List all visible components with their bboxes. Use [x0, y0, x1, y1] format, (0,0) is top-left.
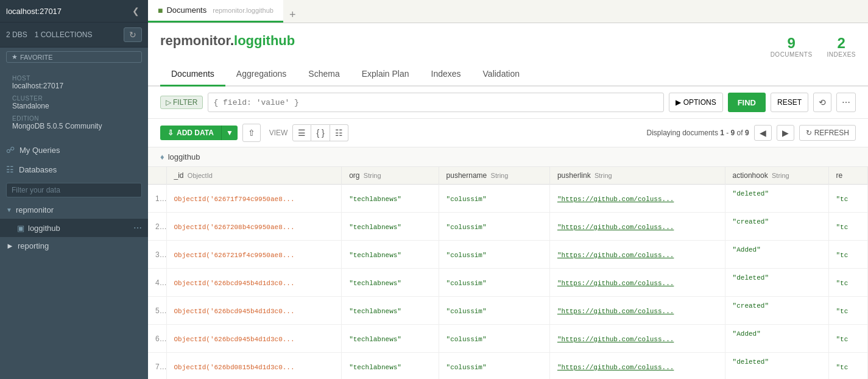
sidebar-item-reporting[interactable]: ► reporting — [0, 237, 148, 255]
col-re: re — [828, 167, 867, 185]
sidebar-item-databases[interactable]: ☷ Databases — [0, 160, 148, 179]
next-page-button[interactable]: ▶ — [777, 125, 794, 141]
collections-count: 1 COLLECTIONS — [35, 30, 93, 39]
copy-icon[interactable]: ▣ — [746, 197, 757, 208]
sidebar-meta: 2 DBS 1 COLLECTIONS ↻ — [0, 23, 148, 48]
filter-label: ▷ FILTER — [160, 96, 203, 109]
favorite-button[interactable]: ★ FAVORITE — [6, 51, 142, 63]
total-count: 9 — [745, 129, 749, 137]
edit-icon[interactable]: ✎ — [733, 366, 743, 376]
edit-icon[interactable]: ✎ — [733, 310, 743, 320]
tab-aggregations[interactable]: Aggregations — [225, 63, 298, 87]
row-num: 1 — [148, 185, 166, 213]
download-icon: ⇩ — [168, 129, 174, 137]
clone-icon[interactable]: ▢ — [759, 282, 770, 292]
tab-documents[interactable]: Documents — [160, 63, 225, 87]
tab-validation[interactable]: Validation — [472, 63, 531, 87]
row-pushername: "colussim" — [439, 269, 549, 297]
row-org: "techlabnews" — [342, 185, 439, 213]
edit-icon[interactable]: ✎ — [733, 197, 743, 208]
sidebar-collapse-button[interactable]: ❮ — [130, 5, 142, 17]
delete-icon[interactable]: 🗑 — [772, 253, 784, 264]
refresh-sidebar-button[interactable]: ↻ — [124, 27, 142, 42]
clone-icon[interactable]: ▢ — [759, 225, 770, 236]
data-toolbar: ⇩ ADD DATA ▼ ⇧ VIEW ☰ { } ☷ Displaying d… — [148, 119, 868, 147]
edit-icon[interactable]: ✎ — [733, 282, 743, 292]
export-button[interactable]: ⇧ — [242, 124, 261, 142]
delete-icon[interactable]: 🗑 — [772, 197, 784, 208]
sidebar-item-loggithub[interactable]: ▣ loggithub ⋯ — [0, 219, 148, 237]
edit-icon[interactable]: ✎ — [733, 225, 743, 236]
delete-icon[interactable]: 🗑 — [772, 310, 784, 320]
add-data-dropdown-button[interactable]: ▼ — [221, 126, 238, 140]
row-id: ObjectId('6267219f4c9950ae8... — [166, 241, 342, 269]
col-org: org String — [342, 167, 439, 185]
view-json-button[interactable]: { } — [311, 124, 330, 141]
copy-icon[interactable]: ▣ — [746, 310, 757, 320]
sidebar-item-my-queries[interactable]: ☍ My Queries — [0, 140, 148, 160]
tab-explain-plan[interactable]: Explain Plan — [351, 63, 420, 87]
add-data-button[interactable]: ⇩ ADD DATA — [160, 126, 221, 140]
tab-path: repmonitor.loggithub — [213, 7, 273, 14]
add-tab-button[interactable]: + — [283, 7, 302, 23]
copy-icon[interactable]: ▣ — [746, 366, 757, 376]
view-list-button[interactable]: ☰ — [292, 124, 311, 141]
chevron-down-icon: ▼ — [6, 207, 12, 213]
edit-icon[interactable]: ✎ — [733, 338, 743, 348]
col-id: _id ObjectId — [166, 167, 342, 185]
add-data-wrap: ⇩ ADD DATA ▼ — [160, 126, 238, 140]
documents-count-box: 9 DOCUMENTS — [771, 35, 813, 58]
filter-input[interactable] — [213, 98, 658, 107]
delete-icon[interactable]: 🗑 — [772, 366, 784, 376]
history-button[interactable]: ⟲ — [813, 93, 831, 112]
tab-documents-open[interactable]: ■ Documents repmonitor.loggithub — [148, 0, 283, 23]
prev-page-button[interactable]: ◀ — [754, 125, 772, 141]
edit-icon[interactable]: ✎ — [733, 253, 743, 264]
star-icon: ★ — [12, 53, 18, 61]
filter-toolbar: ▷ FILTER ▶ OPTIONS FIND RESET ⟲ ⋯ — [148, 87, 868, 119]
reset-button[interactable]: RESET — [771, 93, 808, 112]
copy-icon[interactable]: ▣ — [746, 253, 757, 264]
row-re: "tc — [828, 185, 867, 213]
table-row: 5 ObjectId('626bcd945b4d1d3c0... "techla… — [148, 297, 868, 325]
delete-icon[interactable]: 🗑 — [772, 225, 784, 236]
tab-schema[interactable]: Schema — [297, 63, 350, 87]
clone-icon[interactable]: ▢ — [759, 253, 770, 264]
find-button[interactable]: FIND — [728, 93, 766, 112]
sidebar-filter-input[interactable] — [6, 183, 142, 197]
collection-name-display: loggithub — [168, 152, 200, 161]
collection-row-icon: ♦ — [160, 152, 164, 161]
table-row: 3 ObjectId('6267219f4c9950ae8... "techla… — [148, 241, 868, 269]
copy-icon[interactable]: ▣ — [746, 225, 757, 236]
view-btn-group: ☰ { } ☷ — [292, 124, 348, 141]
col-actionhook: actionhook String — [725, 167, 828, 185]
clone-icon[interactable]: ▢ — [759, 338, 770, 348]
collection-tabs: Documents Aggregations Schema Explain Pl… — [148, 63, 868, 87]
databases-icon: ☷ — [6, 165, 14, 174]
refresh-button[interactable]: ↻ REFRESH — [799, 125, 856, 141]
collection-icon: ▣ — [17, 224, 24, 233]
row-num: 3 — [148, 241, 166, 269]
delete-icon[interactable]: 🗑 — [772, 282, 784, 292]
sidebar-item-repmonitor[interactable]: ▼ repmonitor — [0, 201, 148, 219]
more-options-button[interactable]: ⋯ — [836, 93, 856, 112]
tab-bar: ■ Documents repmonitor.loggithub + — [148, 0, 868, 23]
collection-name-row: ♦ loggithub — [148, 147, 868, 167]
row-actionhook: "deleted" ✎ ▣ ▢ 🗑 — [725, 185, 828, 213]
options-button[interactable]: ▶ OPTIONS — [669, 93, 723, 112]
view-table-button[interactable]: ☷ — [330, 124, 348, 141]
sidebar-header: localhost:27017 ❮ — [0, 0, 148, 23]
delete-icon[interactable]: 🗑 — [772, 338, 784, 348]
row-pusherlink: "https://github.com/coluss... — [549, 325, 725, 353]
row-pushername: "colussim" — [439, 241, 549, 269]
copy-icon[interactable]: ▣ — [746, 282, 757, 292]
tab-indexes[interactable]: Indexes — [420, 63, 472, 87]
documents-count: 9 — [787, 35, 795, 51]
loggithub-more-button[interactable]: ⋯ — [133, 223, 142, 233]
clone-icon[interactable]: ▢ — [759, 366, 770, 376]
row-actionhook: "deleted" ✎ ▣ ▢ 🗑 — [725, 353, 828, 379]
clone-icon[interactable]: ▢ — [759, 197, 770, 208]
copy-icon[interactable]: ▣ — [746, 338, 757, 348]
indexes-count-box: 2 INDEXES — [827, 35, 856, 58]
clone-icon[interactable]: ▢ — [759, 310, 770, 320]
